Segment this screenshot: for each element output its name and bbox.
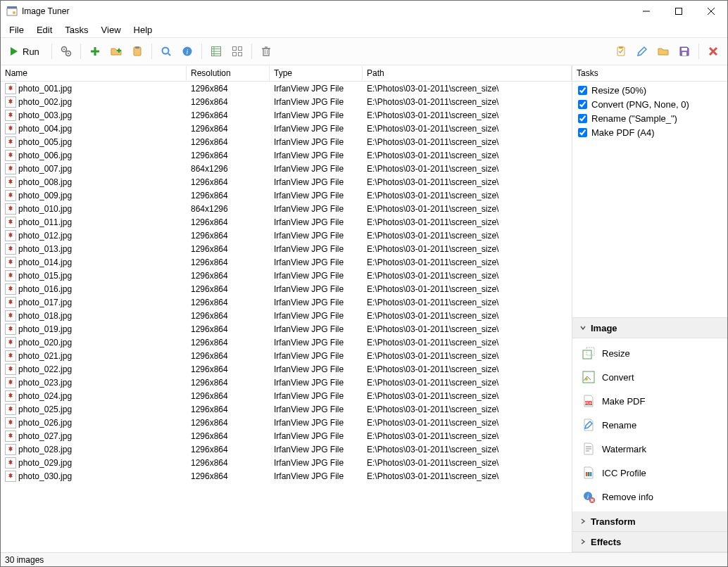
- image-file-icon: [5, 123, 16, 134]
- menu-view[interactable]: View: [96, 23, 127, 37]
- column-header-path[interactable]: Path: [363, 66, 572, 80]
- info-button[interactable]: i: [177, 42, 197, 61]
- task-item[interactable]: Rename ("Sample_"): [578, 111, 722, 125]
- table-row[interactable]: photo_029.jpg1296x864IrfanView JPG FileE…: [1, 456, 572, 469]
- table-row[interactable]: photo_027.jpg1296x864IrfanView JPG FileE…: [1, 429, 572, 442]
- grid-body[interactable]: photo_001.jpg1296x864IrfanView JPG FileE…: [1, 82, 572, 552]
- image-file-icon: [5, 350, 16, 362]
- add-button[interactable]: [85, 42, 105, 61]
- table-row[interactable]: photo_015.jpg1296x864IrfanView JPG FileE…: [1, 269, 572, 282]
- table-row[interactable]: photo_008.jpg1296x864IrfanView JPG FileE…: [1, 175, 572, 189]
- table-row[interactable]: photo_023.jpg1296x864IrfanView JPG FileE…: [1, 376, 572, 389]
- file-type: IrfanView JPG File: [270, 404, 363, 414]
- svg-rect-39: [682, 52, 686, 56]
- task-checkbox[interactable]: [578, 128, 587, 137]
- task-item[interactable]: Make PDF (A4): [578, 125, 722, 139]
- minimize-button[interactable]: [630, 1, 663, 22]
- table-row[interactable]: photo_013.jpg1296x864IrfanView JPG FileE…: [1, 242, 572, 255]
- task-checkbox[interactable]: [578, 100, 587, 109]
- table-row[interactable]: photo_018.jpg1296x864IrfanView JPG FileE…: [1, 309, 572, 322]
- action-make-pdf[interactable]: PDFMake PDF: [572, 389, 727, 413]
- file-path: E:\Photos\03-01-2011\screen_size\: [363, 311, 572, 321]
- action-remove-info[interactable]: iRemove info: [572, 485, 727, 509]
- file-type: IrfanView JPG File: [270, 97, 363, 107]
- save-tasks-button[interactable]: [674, 42, 694, 61]
- file-path: E:\Photos\03-01-2011\screen_size\: [363, 458, 572, 468]
- task-checkbox[interactable]: [578, 86, 587, 95]
- table-row[interactable]: photo_011.jpg1296x864IrfanView JPG FileE…: [1, 215, 572, 229]
- file-name: photo_005.jpg: [18, 137, 72, 147]
- image-file-icon: [5, 404, 16, 415]
- table-row[interactable]: photo_026.jpg1296x864IrfanView JPG FileE…: [1, 416, 572, 429]
- svg-point-18: [162, 48, 168, 54]
- svg-rect-72: [583, 350, 591, 359]
- accordion-header-effects[interactable]: Effects: [572, 532, 727, 552]
- table-row[interactable]: photo_001.jpg1296x864IrfanView JPG FileE…: [1, 82, 572, 95]
- maximize-button[interactable]: [663, 1, 695, 22]
- accordion-label-image: Image: [591, 323, 617, 333]
- file-resolution: 1296x864: [187, 137, 270, 147]
- open-tasks-button[interactable]: [653, 42, 673, 61]
- action-rename[interactable]: Rename: [572, 413, 727, 437]
- table-row[interactable]: photo_012.jpg1296x864IrfanView JPG FileE…: [1, 229, 572, 242]
- action-icc-profile[interactable]: ICC Profile: [572, 461, 727, 485]
- edit-task-button[interactable]: [632, 42, 652, 61]
- task-clipboard-button[interactable]: [611, 42, 631, 61]
- column-header-resolution[interactable]: Resolution: [187, 66, 270, 80]
- action-label: Watermark: [602, 444, 646, 454]
- run-button[interactable]: Run: [5, 42, 47, 61]
- menu-edit[interactable]: Edit: [31, 23, 58, 37]
- delete-button[interactable]: [256, 42, 276, 61]
- table-row[interactable]: photo_014.jpg1296x864IrfanView JPG FileE…: [1, 255, 572, 269]
- accordion-header-image[interactable]: Image: [572, 318, 727, 338]
- task-checkbox[interactable]: [578, 114, 587, 123]
- table-row[interactable]: photo_019.jpg1296x864IrfanView JPG FileE…: [1, 322, 572, 336]
- action-convert[interactable]: Convert: [572, 365, 727, 389]
- details-view-button[interactable]: [206, 42, 226, 61]
- action-watermark[interactable]: Watermark: [572, 437, 727, 461]
- table-row[interactable]: photo_020.jpg1296x864IrfanView JPG FileE…: [1, 336, 572, 349]
- settings-button[interactable]: [56, 42, 76, 61]
- table-row[interactable]: photo_028.jpg1296x864IrfanView JPG FileE…: [1, 442, 572, 456]
- thumbnails-view-button[interactable]: [227, 42, 247, 61]
- table-row[interactable]: photo_030.jpg1296x864IrfanView JPG FileE…: [1, 469, 572, 483]
- remove-task-button[interactable]: [703, 42, 723, 61]
- file-path: E:\Photos\03-01-2011\screen_size\: [363, 284, 572, 294]
- table-row[interactable]: photo_009.jpg1296x864IrfanView JPG FileE…: [1, 189, 572, 202]
- close-button[interactable]: [695, 1, 727, 22]
- table-row[interactable]: photo_002.jpg1296x864IrfanView JPG FileE…: [1, 95, 572, 108]
- table-row[interactable]: photo_016.jpg1296x864IrfanView JPG FileE…: [1, 282, 572, 295]
- table-row[interactable]: photo_010.jpg864x1296IrfanView JPG FileE…: [1, 202, 572, 215]
- accordion-header-transform[interactable]: Transform: [572, 511, 727, 532]
- file-type: IrfanView JPG File: [270, 151, 363, 160]
- search-button[interactable]: [156, 42, 176, 61]
- table-row[interactable]: photo_003.jpg1296x864IrfanView JPG FileE…: [1, 108, 572, 122]
- column-header-type[interactable]: Type: [270, 66, 363, 80]
- paste-button[interactable]: [127, 42, 147, 61]
- table-row[interactable]: photo_017.jpg1296x864IrfanView JPG FileE…: [1, 295, 572, 309]
- task-item[interactable]: Convert (PNG, None, 0): [578, 97, 722, 111]
- file-name: photo_030.jpg: [18, 471, 72, 481]
- table-row[interactable]: photo_024.jpg1296x864IrfanView JPG FileE…: [1, 389, 572, 402]
- action-resize[interactable]: Resize: [572, 341, 727, 365]
- menu-tasks[interactable]: Tasks: [59, 23, 94, 37]
- menu-file[interactable]: File: [4, 23, 30, 37]
- file-name: photo_004.jpg: [18, 124, 72, 134]
- menu-help[interactable]: Help: [128, 23, 158, 37]
- table-row[interactable]: photo_004.jpg1296x864IrfanView JPG FileE…: [1, 122, 572, 135]
- task-item[interactable]: Resize (50%): [578, 83, 722, 97]
- table-row[interactable]: photo_006.jpg1296x864IrfanView JPG FileE…: [1, 148, 572, 162]
- table-row[interactable]: photo_021.jpg1296x864IrfanView JPG FileE…: [1, 349, 572, 362]
- table-row[interactable]: photo_022.jpg1296x864IrfanView JPG FileE…: [1, 362, 572, 376]
- svg-point-10: [63, 49, 65, 50]
- table-row[interactable]: photo_025.jpg1296x864IrfanView JPG FileE…: [1, 402, 572, 416]
- column-header-name[interactable]: Name: [1, 66, 187, 80]
- table-row[interactable]: photo_007.jpg864x1296IrfanView JPG FileE…: [1, 162, 572, 175]
- table-row[interactable]: photo_005.jpg1296x864IrfanView JPG FileE…: [1, 135, 572, 148]
- accordion-body-image: ResizeConvertPDFMake PDFRenameWatermarkI…: [572, 338, 727, 511]
- titlebar: Image Tuner: [1, 1, 727, 22]
- file-name: photo_020.jpg: [18, 338, 72, 348]
- statusbar: 30 images: [1, 552, 727, 566]
- add-folder-button[interactable]: [106, 42, 126, 61]
- file-path: E:\Photos\03-01-2011\screen_size\: [363, 298, 572, 307]
